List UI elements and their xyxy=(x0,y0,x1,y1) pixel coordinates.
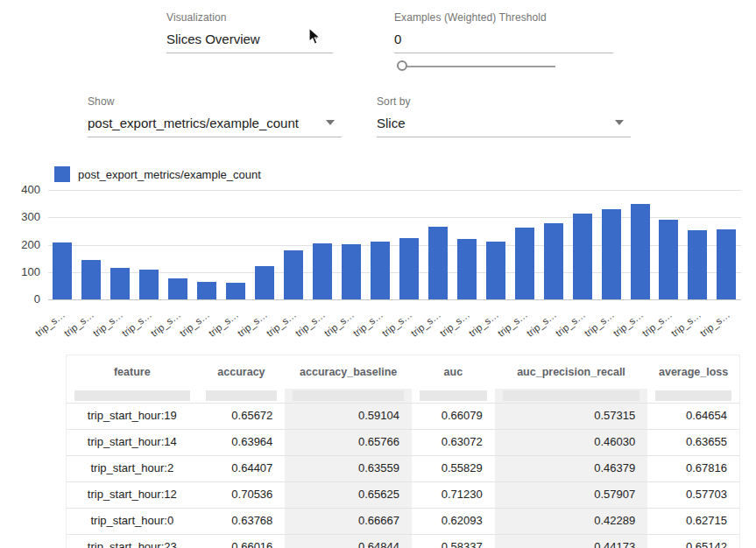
table-row[interactable]: trip_start_hour:230.660160.648440.583370… xyxy=(67,534,739,548)
slice-metrics-table: featureaccuracyaccuracy_baselineaucauc_p… xyxy=(66,355,740,548)
table-cell: 0.63655 xyxy=(647,430,739,455)
table-cell: 0.65672 xyxy=(198,404,286,429)
bar[interactable] xyxy=(573,214,592,299)
column-header-accuracy[interactable]: accuracy xyxy=(198,355,286,389)
bar[interactable] xyxy=(659,220,678,299)
slices-overview-app: Visualization Slices Overview Examples (… xyxy=(0,0,756,548)
table-cell: 0.65142 xyxy=(647,535,739,548)
legend-series-label: post_export_metrics/example_count xyxy=(78,168,261,181)
column-filter-input[interactable] xyxy=(420,390,487,401)
bar[interactable] xyxy=(717,229,736,299)
column-filter-input[interactable] xyxy=(503,390,640,401)
table-row[interactable]: trip_start_hour:190.656720.591040.660790… xyxy=(67,403,739,429)
y-axis-tick-label: 300 xyxy=(0,210,40,223)
bar[interactable] xyxy=(457,239,477,299)
table-cell: trip_start_hour:23 xyxy=(67,535,198,548)
show-dropdown[interactable]: post_export_metrics/example_count xyxy=(88,114,342,137)
bar[interactable] xyxy=(53,242,72,299)
column-filter-input[interactable] xyxy=(293,390,404,401)
table-cell: trip_start_hour:14 xyxy=(67,430,198,455)
bar[interactable] xyxy=(631,204,650,299)
bar-slot xyxy=(481,190,510,299)
bar[interactable] xyxy=(399,238,419,299)
bar[interactable] xyxy=(602,209,621,299)
table-cell: 0.67816 xyxy=(647,456,739,481)
table-cell: 0.64844 xyxy=(285,535,412,548)
threshold-slider-thumb[interactable] xyxy=(397,60,407,71)
example-count-bar-chart: 0100200300400 trip_s…trip_s…trip_s…trip_… xyxy=(0,184,756,352)
table-cell: 0.63768 xyxy=(198,509,286,534)
threshold-control: Examples (Weighted) Threshold 0 xyxy=(394,11,613,53)
bar[interactable] xyxy=(342,244,361,299)
column-filter-input[interactable] xyxy=(655,390,731,401)
column-header-feature[interactable]: feature xyxy=(67,355,198,389)
table-cell: 0.64654 xyxy=(647,404,739,429)
sort-by-dropdown[interactable]: Slice xyxy=(377,114,631,137)
table-cell: 0.57703 xyxy=(647,482,739,508)
bar[interactable] xyxy=(255,266,274,299)
threshold-input[interactable]: 0 xyxy=(394,30,613,53)
bar-slot xyxy=(251,190,279,299)
y-axis-tick-label: 100 xyxy=(0,265,40,278)
filter-cell xyxy=(198,389,286,403)
bar[interactable] xyxy=(81,260,101,299)
bar[interactable] xyxy=(688,230,707,299)
chevron-down-icon xyxy=(615,120,624,125)
bar-slot xyxy=(394,190,423,299)
bar-slot xyxy=(654,190,683,299)
bar[interactable] xyxy=(371,242,390,299)
table-row[interactable]: trip_start_hour:20.644070.635590.558290.… xyxy=(67,455,739,481)
bar[interactable] xyxy=(313,243,332,299)
bar-slot xyxy=(222,190,251,299)
bar[interactable] xyxy=(284,250,303,299)
column-filter-input[interactable] xyxy=(74,390,190,401)
threshold-slider[interactable] xyxy=(396,60,555,74)
table-row[interactable]: trip_start_hour:140.639640.657660.630720… xyxy=(67,429,739,455)
table-cell: 0.46030 xyxy=(495,430,648,455)
chart-legend: post_export_metrics/example_count xyxy=(54,166,261,182)
column-filter-input[interactable] xyxy=(206,390,278,401)
table-cell: 0.63559 xyxy=(285,456,412,481)
bar[interactable] xyxy=(515,228,534,299)
column-header-accuracy_baseline[interactable]: accuracy_baseline xyxy=(285,355,412,389)
chart-plot-area xyxy=(48,190,741,299)
bar-slot xyxy=(568,190,597,299)
chevron-down-icon xyxy=(326,120,335,125)
table-cell: 0.66016 xyxy=(198,535,286,548)
bar[interactable] xyxy=(428,227,448,299)
table-cell: trip_start_hour:19 xyxy=(67,404,198,429)
table-cell: trip_start_hour:12 xyxy=(67,482,198,508)
bar[interactable] xyxy=(110,268,130,299)
table-cell: 0.71230 xyxy=(412,482,495,508)
column-header-auc_precision_recall[interactable]: auc_precision_recall xyxy=(495,355,648,389)
table-cell: 0.65766 xyxy=(285,430,412,455)
bar-slot xyxy=(625,190,654,299)
column-header-average_loss[interactable]: average_loss xyxy=(647,355,739,389)
table-cell: 0.65625 xyxy=(285,482,412,508)
bar[interactable] xyxy=(168,278,187,299)
bar[interactable] xyxy=(226,283,245,299)
bar[interactable] xyxy=(197,282,216,299)
table-cell: 0.57907 xyxy=(495,482,648,508)
show-dropdown-value: post_export_metrics/example_count xyxy=(88,116,299,130)
sort-by-label: Sort by xyxy=(377,95,631,108)
bar[interactable] xyxy=(486,242,505,299)
threshold-value: 0 xyxy=(394,32,401,46)
sort-by-dropdown-value: Slice xyxy=(377,116,406,130)
y-axis-tick-label: 200 xyxy=(0,238,40,251)
x-axis: trip_s…trip_s…trip_s…trip_s…trip_s…trip_… xyxy=(0,304,756,352)
bar-slot xyxy=(597,190,625,299)
threshold-label: Examples (Weighted) Threshold xyxy=(394,11,613,24)
bar-slot xyxy=(279,190,308,299)
column-header-auc[interactable]: auc xyxy=(412,355,495,389)
threshold-slider-track[interactable] xyxy=(399,66,555,67)
bar-slot xyxy=(164,190,193,299)
table-cell: 0.46379 xyxy=(495,456,648,481)
table-row[interactable]: trip_start_hour:120.705360.656250.712300… xyxy=(67,481,739,508)
table-cell: 0.59104 xyxy=(285,404,412,429)
bar-slot xyxy=(48,190,77,299)
table-row[interactable]: trip_start_hour:00.637680.666670.620930.… xyxy=(67,508,739,534)
bar[interactable] xyxy=(544,223,563,299)
bar[interactable] xyxy=(139,270,159,299)
table-cell: 0.63072 xyxy=(412,430,495,455)
